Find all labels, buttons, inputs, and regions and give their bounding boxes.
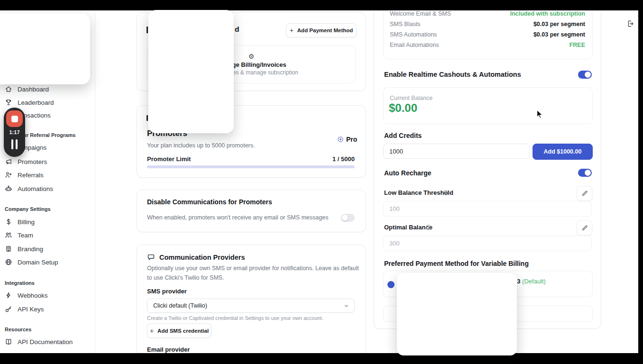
pencil-icon	[581, 225, 588, 231]
promoter-limit-value: 1 / 5000	[313, 155, 355, 163]
pause-icon	[11, 139, 13, 149]
chevron-down-icon	[343, 303, 349, 309]
sidebar-item-leaderboard[interactable]: Leaderboard	[5, 99, 54, 106]
sidebar-item-label: Team	[18, 232, 33, 239]
sidebar-item-webhooks[interactable]: Webhooks	[5, 291, 48, 299]
mouse-pointer-icon	[536, 109, 543, 119]
globe-icon	[5, 258, 12, 266]
add-sms-credential-button[interactable]: + Add SMS credential	[147, 323, 211, 338]
pause-recording-button[interactable]	[4, 138, 25, 150]
promoter-limit-progressbar	[147, 165, 355, 168]
circle-dot-icon	[337, 136, 344, 143]
sidebar-section-integrations: Integrations	[5, 280, 35, 286]
payment-method-default-tag: (Default)	[522, 278, 546, 285]
current-balance-label: Current Balance	[390, 95, 432, 101]
payment-method-text: 63 (Default)	[514, 278, 546, 285]
info-circle-icon	[443, 190, 449, 196]
pencil-icon	[581, 190, 588, 197]
pricing-row-value: $0.03 per segment	[391, 31, 585, 38]
zap-icon	[5, 291, 12, 299]
sidebar-item-label: Billing	[18, 218, 35, 226]
email-provider-label: Email provider	[147, 346, 190, 353]
sidebar-item-api-keys[interactable]: API Keys	[5, 305, 44, 313]
pause-icon	[16, 139, 18, 149]
book-icon	[5, 338, 12, 346]
sidebar-item-label: API Documentation	[18, 338, 73, 346]
overlay-popup-top-left	[0, 13, 90, 84]
auto-recharge-label: Auto Recharge	[384, 169, 432, 177]
edit-optimal-balance-button[interactable]	[577, 220, 592, 236]
screen: Dashboard Leaderboard Transactions Your …	[0, 0, 643, 364]
sidebar-item-label: Domain Setup	[18, 259, 58, 266]
add-payment-method-button[interactable]: + Add Payment Method	[286, 23, 357, 37]
stop-record-icon	[11, 116, 18, 122]
pricing-row-value: FREE	[391, 42, 585, 48]
sidebar-divider	[95, 10, 95, 353]
sidebar-item-branding[interactable]: Branding	[5, 245, 43, 253]
sidebar-section-resources: Resources	[5, 327, 31, 332]
preferred-payment-label: Preferred Payment Method for Variable Bi…	[384, 260, 529, 267]
sidebar-item-referrals[interactable]: Referrals	[5, 171, 44, 179]
payment-method-radio[interactable]	[387, 281, 395, 288]
sidebar-item-billing[interactable]: Billing	[5, 218, 35, 226]
sms-provider-select[interactable]: Clicki default (Twilio)	[147, 299, 355, 313]
sidebar-item-promoters[interactable]: Promoters	[5, 158, 47, 165]
users-icon	[5, 231, 12, 239]
recording-timer: 1:17	[4, 129, 25, 135]
app-viewport: Dashboard Leaderboard Transactions Your …	[0, 10, 638, 353]
sidebar-item-team[interactable]: Team	[5, 231, 33, 239]
sidebar-item-label: Automations	[18, 185, 53, 192]
pricing-row-value: $0.03 per segment	[391, 21, 585, 27]
payment-heading-fragment: d	[235, 25, 239, 34]
disable-communications-card	[137, 190, 366, 232]
sidebar-item-label: Branding	[18, 246, 43, 253]
sidebar-item-label: Promoters	[18, 158, 47, 165]
building-icon	[5, 245, 12, 253]
key-icon	[5, 305, 12, 313]
sidebar-item-label: Webhooks	[18, 292, 48, 299]
stop-recording-button[interactable]	[6, 110, 23, 127]
realtime-cashouts-label: Enable Realtime Cashouts & Automations	[384, 71, 521, 78]
communication-providers-description: Optionally use your own SMS or email pro…	[147, 264, 359, 282]
sidebar-section-referral-programs: Your Referral Programs	[17, 132, 75, 138]
info-circle-icon	[425, 224, 432, 230]
sign-out-icon[interactable]	[626, 19, 634, 28]
sidebar-item-api-documentation[interactable]: API Documentation	[5, 338, 73, 346]
sidebar-item-label: Referrals	[18, 172, 44, 179]
pro-badge: Pro	[346, 136, 357, 143]
auto-recharge-toggle[interactable]	[578, 169, 592, 177]
home-icon	[5, 85, 12, 93]
pricing-row-value: Included with subscription	[391, 10, 585, 17]
sidebar-item-domain-setup[interactable]: Domain Setup	[5, 258, 58, 266]
bot-icon	[5, 185, 12, 192]
optimal-balance-input[interactable]	[383, 236, 592, 251]
realtime-cashouts-toggle[interactable]	[578, 71, 592, 79]
megaphone-icon	[5, 158, 12, 165]
sidebar-item-dashboard[interactable]: Dashboard	[5, 85, 49, 93]
disable-communications-description: When enabled, promoters won't receive an…	[147, 214, 328, 221]
disable-communications-title: Disable Communications for Promoters	[147, 198, 272, 206]
current-balance-value: $0.00	[389, 101, 417, 115]
trophy-icon	[5, 99, 12, 106]
sidebar-item-label: Leaderboard	[18, 99, 54, 106]
sidebar-section-company-settings: Company Settings	[5, 206, 51, 212]
add-credits-button[interactable]: Add $1000.00	[533, 144, 593, 160]
plus-icon: +	[290, 27, 294, 34]
credits-input[interactable]	[383, 144, 530, 159]
add-credits-label: Add Credits	[384, 132, 422, 139]
screen-recorder-widget[interactable]: 1:17	[4, 108, 25, 157]
plus-icon: +	[150, 327, 154, 335]
sidebar-item-automations[interactable]: Automations	[5, 185, 53, 192]
occluded-heading-stroke	[147, 27, 148, 33]
sidebar-item-label: Dashboard	[18, 86, 49, 93]
disable-communications-toggle[interactable]	[341, 214, 355, 222]
dollar-icon	[5, 218, 12, 226]
communication-providers-title: Communication Providers	[159, 254, 245, 261]
promoters-description: Your plan includes up to 5000 promoters.	[147, 142, 255, 149]
promoter-limit-label: Promoter Limit	[147, 155, 191, 163]
edit-low-balance-button[interactable]	[577, 186, 592, 201]
low-balance-threshold-input[interactable]	[383, 201, 592, 217]
occluded-text-stroke	[147, 115, 148, 121]
overlay-popup-bottom	[397, 273, 517, 355]
sms-provider-label: SMS provider	[147, 288, 187, 295]
